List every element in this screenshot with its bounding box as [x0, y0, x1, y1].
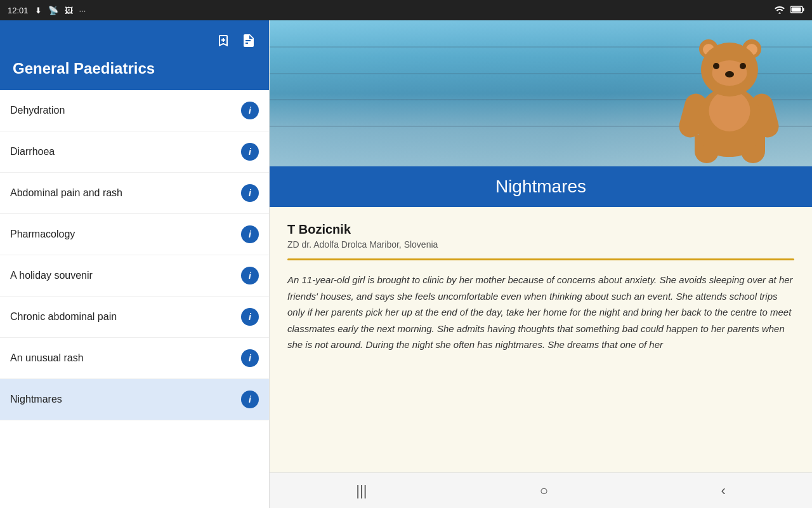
sidebar-header: General Paediatrics	[0, 20, 269, 90]
main-layout: General Paediatrics Dehydration i Diarrh…	[0, 20, 812, 508]
status-bar-left: 12:01 ⬇ 📡 🖼 ···	[8, 6, 86, 15]
sidebar-item-chronic-abdominal-pain[interactable]: Chronic abdominal pain i	[0, 297, 269, 338]
image-icon: 🖼	[65, 6, 73, 15]
sidebar-item-holiday-souvenir[interactable]: A holiday souvenir i	[0, 255, 269, 297]
sidebar-item-diarrhoea[interactable]: Diarrhoea i	[0, 131, 269, 173]
info-icon-abdominal-pain-rash[interactable]: i	[241, 184, 259, 202]
cast-icon: 📡	[48, 6, 58, 15]
article-body: An 11-year-old girl is brought to clinic…	[287, 272, 794, 353]
article-content: T Bozicnik ZD dr. Adolfa Drolca Maribor,…	[270, 207, 812, 472]
sidebar-item-dehydration[interactable]: Dehydration i	[0, 90, 269, 131]
svg-rect-2	[792, 7, 801, 11]
info-icon-holiday-souvenir[interactable]: i	[241, 267, 259, 284]
author-affiliation: ZD dr. Adolfa Drolca Maribor, Slovenia	[287, 239, 794, 250]
info-icon-chronic-abdominal-pain[interactable]: i	[241, 308, 259, 326]
info-icon-pharmacology[interactable]: i	[241, 225, 259, 243]
sidebar-item-label: Nightmares	[10, 394, 62, 405]
content-title: Nightmares	[270, 166, 812, 207]
sidebar: General Paediatrics Dehydration i Diarrh…	[0, 20, 270, 508]
sidebar-item-label: Diarrhoea	[10, 146, 55, 157]
status-time: 12:01	[8, 6, 29, 15]
home-button[interactable]: ○	[527, 478, 561, 504]
status-bar-right	[774, 5, 804, 16]
article-divider	[287, 258, 794, 260]
wifi-icon	[774, 5, 785, 16]
sidebar-item-pharmacology[interactable]: Pharmacology i	[0, 214, 269, 255]
content-panel: Nightmares T Bozicnik ZD dr. Adolfa Drol…	[270, 20, 812, 508]
sidebar-item-label: A holiday souvenir	[10, 270, 93, 281]
teddy-bear-image	[660, 23, 799, 163]
hero-image	[270, 20, 812, 166]
download-icon: ⬇	[35, 6, 42, 15]
svg-rect-1	[803, 8, 804, 11]
sidebar-list: Dehydration i Diarrhoea i Abdominal pain…	[0, 90, 269, 508]
add-bookmark-icon[interactable]	[216, 33, 231, 52]
author-name: T Bozicnik	[287, 222, 794, 237]
info-icon-unusual-rash[interactable]: i	[241, 349, 259, 367]
sidebar-title: General Paediatrics	[13, 60, 256, 77]
sidebar-header-icons	[13, 33, 256, 52]
info-icon-dehydration[interactable]: i	[241, 102, 259, 119]
menu-button[interactable]: |||	[343, 478, 379, 504]
sidebar-item-label: Pharmacology	[10, 229, 75, 240]
more-icon: ···	[79, 6, 86, 15]
info-icon-nightmares[interactable]: i	[241, 391, 259, 408]
back-button[interactable]: ‹	[708, 478, 738, 504]
add-note-icon[interactable]	[241, 33, 256, 52]
status-bar: 12:01 ⬇ 📡 🖼 ···	[0, 0, 812, 20]
bottom-nav: ||| ○ ‹	[270, 472, 812, 508]
sidebar-item-label: Chronic abdominal pain	[10, 311, 117, 323]
sidebar-item-nightmares[interactable]: Nightmares i	[0, 379, 269, 420]
info-icon-diarrhoea[interactable]: i	[241, 143, 259, 161]
sidebar-item-label: Abdominal pain and rash	[10, 187, 122, 199]
sidebar-item-abdominal-pain-rash[interactable]: Abdominal pain and rash i	[0, 173, 269, 214]
sidebar-item-unusual-rash[interactable]: An unusual rash i	[0, 338, 269, 379]
sidebar-item-label: An unusual rash	[10, 352, 84, 364]
sidebar-item-label: Dehydration	[10, 105, 65, 116]
battery-icon	[790, 6, 804, 15]
